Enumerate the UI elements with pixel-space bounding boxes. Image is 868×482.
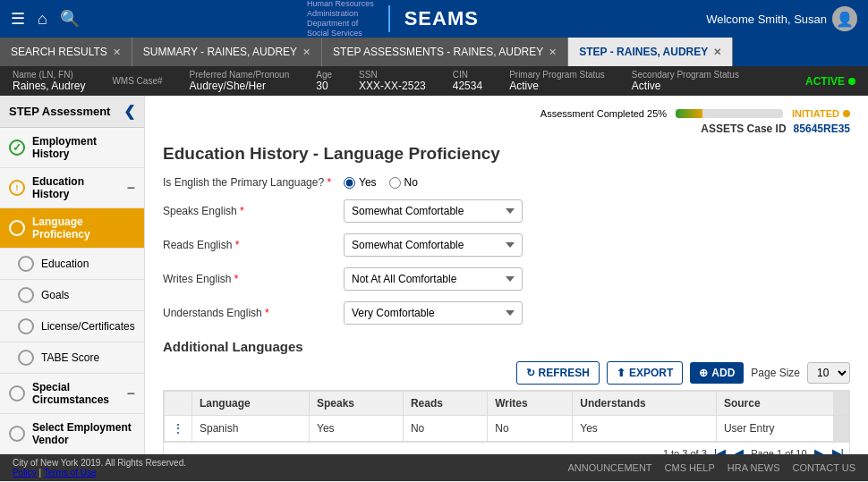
last-page-btn[interactable]: ▶|: [830, 446, 846, 454]
tabs-bar: SEARCH RESULTS ✕ SUMMARY - RAINES, AUDRE…: [0, 38, 868, 66]
footer-left: City of New York 2019. All Rights Reserv…: [13, 458, 186, 478]
circle-icon: [18, 350, 34, 366]
collapse-button[interactable]: ❮: [123, 103, 135, 120]
row-menu-icon[interactable]: ⋮: [172, 421, 184, 435]
reads-cell: No: [403, 416, 487, 442]
wms-case-group: WMS Case#: [112, 76, 162, 86]
home-icon[interactable]: ⌂: [38, 10, 47, 29]
reads-english-label: Reads English *: [163, 239, 333, 251]
status-badge: ACTIVE: [805, 75, 855, 88]
add-button[interactable]: ⊕ ADD: [690, 362, 744, 384]
row-action-cell: ⋮: [165, 416, 192, 442]
avatar[interactable]: 👤: [832, 6, 857, 31]
page-title: Education History - Language Proficiency: [163, 144, 850, 164]
assessment-progress-bar: Assessment Completed 25% INITIATED: [163, 108, 850, 119]
close-icon[interactable]: ✕: [549, 47, 557, 58]
circle-icon: [18, 287, 34, 303]
writes-english-label: Writes English *: [163, 273, 333, 285]
writes-english-dropdown[interactable]: Somewhat Comfortable Very Comfortable No…: [344, 267, 523, 291]
col-scroll: [834, 392, 849, 416]
writes-english-field: Writes English * Somewhat Comfortable Ve…: [163, 267, 850, 291]
next-page-btn[interactable]: ▶: [813, 446, 825, 454]
tab-step[interactable]: STEP - RAINES, AUDREY ✕: [568, 38, 733, 66]
cms-help-link[interactable]: CMS HELP: [665, 462, 715, 473]
active-dot: [848, 78, 855, 85]
primary-status-group: Primary Program Status Active: [509, 70, 605, 92]
radio-yes[interactable]: Yes: [344, 176, 377, 189]
sidebar-item-education-history[interactable]: ! Education History –: [0, 168, 144, 208]
sidebar-item-special-circumstances[interactable]: Special Circumstances –: [0, 374, 144, 414]
progress-fill: [676, 109, 702, 118]
source-cell: User Entry: [716, 416, 833, 442]
radio-no[interactable]: No: [389, 176, 418, 189]
sidebar-item-tabe-score[interactable]: TABE Score: [0, 342, 144, 374]
patient-name-group: Name (LN, FN) Raines, Audrey: [13, 70, 85, 92]
footer-nav: ANNOUNCEMENT CMS HELP HRA NEWS CONTACT U…: [567, 462, 855, 473]
top-navigation: ☰ ⌂ 🔍 Human ResourcesAdministrationDepar…: [0, 0, 868, 38]
close-icon[interactable]: ✕: [113, 47, 121, 58]
sidebar-item-select-employment-vendor[interactable]: Select Employment Vendor: [0, 414, 144, 454]
search-icon[interactable]: 🔍: [60, 9, 80, 29]
collapse-icon[interactable]: –: [127, 180, 135, 196]
pagination-bar: 1 to 3 of 3 |◀ ◀ Page 1 of 10 ▶ ▶|: [164, 442, 849, 454]
reads-english-dropdown[interactable]: Somewhat Comfortable Very Comfortable No…: [344, 233, 523, 257]
understands-english-dropdown[interactable]: Somewhat Comfortable Very Comfortable No…: [344, 301, 523, 325]
age-group: Age 30: [316, 70, 332, 92]
circle-icon: [9, 220, 25, 236]
announcement-link[interactable]: ANNOUNCEMENT: [567, 462, 651, 473]
main-layout: STEP Assessment ❮ ✓ Employment History !…: [0, 96, 868, 454]
assets-row: ASSETS Case ID 85645RE35: [163, 123, 850, 135]
table-row: ⋮ Spanish Yes No No Yes User Entry: [165, 416, 849, 442]
col-language: Language: [192, 392, 310, 416]
understands-english-label: Understands English *: [163, 307, 333, 319]
tab-summary[interactable]: SUMMARY - RAINES, AUDREY ✕: [132, 38, 322, 66]
speaks-english-label: Speaks English *: [163, 205, 333, 217]
speaks-cell: Yes: [309, 416, 403, 442]
speaks-english-field: Speaks English * Somewhat Comfortable Ve…: [163, 199, 850, 223]
footer: City of New York 2019. All Rights Reserv…: [0, 454, 868, 481]
language-cell: Spanish: [192, 416, 310, 442]
page-size-select[interactable]: 10 25 50: [807, 362, 850, 384]
english-primary-radio: Yes No: [344, 176, 418, 189]
understands-cell: Yes: [573, 416, 717, 442]
nav-icons: ☰ ⌂ 🔍: [11, 9, 80, 29]
close-icon[interactable]: ✕: [302, 47, 311, 58]
preferred-name-group: Preferred Name/Pronoun Audrey/She/Her: [190, 70, 290, 92]
check-icon: ✓: [9, 140, 25, 156]
col-source: Source: [716, 392, 833, 416]
sidebar-item-language-proficiency[interactable]: Language Proficiency: [0, 208, 144, 249]
hra-news-link[interactable]: HRA NEWS: [728, 462, 780, 473]
sidebar-item-education[interactable]: Education: [0, 249, 144, 280]
contact-us-link[interactable]: CONTACT US: [793, 462, 856, 473]
tab-step-assessments[interactable]: STEP ASSESSMENTS - RAINES, AUDREY ✕: [322, 38, 568, 66]
first-page-btn[interactable]: |◀: [712, 446, 728, 454]
sidebar-item-employment-history[interactable]: ✓ Employment History: [0, 128, 144, 168]
refresh-icon: ↻: [526, 367, 535, 379]
cin-group: CIN 42534: [453, 70, 482, 92]
close-icon[interactable]: ✕: [713, 47, 721, 58]
col-reads: Reads: [403, 392, 487, 416]
logo-area: Human ResourcesAdministrationDepartment …: [80, 0, 706, 38]
status-dot: [843, 110, 850, 117]
tab-search-results[interactable]: SEARCH RESULTS ✕: [0, 38, 132, 66]
additional-languages-title: Additional Languages: [163, 339, 850, 354]
ssn-group: SSN XXX-XX-2523: [359, 70, 426, 92]
circle-icon: [9, 426, 25, 442]
sidebar-item-license-certificates[interactable]: License/Certificates: [0, 311, 144, 342]
speaks-english-dropdown[interactable]: Somewhat Comfortable Very Comfortable No…: [344, 199, 523, 223]
collapse-icon[interactable]: –: [127, 385, 135, 402]
welcome-message: Welcome Smith, Susan 👤: [706, 6, 857, 31]
policy-link[interactable]: Policy: [13, 468, 37, 478]
english-primary-label: Is English the Primary Language? *: [163, 176, 333, 189]
circle-icon: [9, 385, 25, 402]
english-primary-field: Is English the Primary Language? * Yes N…: [163, 176, 850, 189]
export-button[interactable]: ⬆ EXPORT: [607, 361, 683, 385]
menu-icon[interactable]: ☰: [11, 9, 25, 29]
refresh-button[interactable]: ↻ REFRESH: [516, 361, 600, 385]
prev-page-btn[interactable]: ◀: [733, 446, 745, 454]
sidebar-item-goals[interactable]: Goals: [0, 280, 144, 311]
understands-english-field: Understands English * Somewhat Comfortab…: [163, 301, 850, 325]
terms-link[interactable]: Terms of Use: [44, 468, 97, 478]
sidebar-header: STEP Assessment ❮: [0, 96, 144, 128]
content-area: Assessment Completed 25% INITIATED ASSET…: [145, 96, 868, 454]
